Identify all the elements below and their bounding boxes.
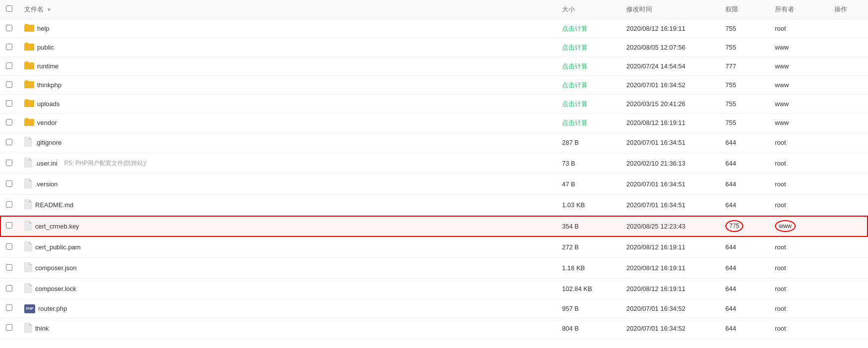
file-owner: www bbox=[769, 114, 828, 132]
file-name-text[interactable]: think bbox=[35, 325, 49, 332]
file-name-text[interactable]: runtime bbox=[37, 62, 58, 70]
file-name-text[interactable]: composer.lock bbox=[35, 285, 76, 292]
file-actions bbox=[828, 174, 868, 195]
calculate-size-link[interactable]: 点击计算 bbox=[562, 44, 588, 51]
file-name-text[interactable]: vendor bbox=[37, 119, 57, 126]
file-size[interactable]: 点击计算 bbox=[556, 114, 620, 132]
file-actions bbox=[828, 114, 868, 132]
file-size[interactable]: 点击计算 bbox=[556, 57, 620, 76]
file-size[interactable]: 点击计算 bbox=[556, 95, 620, 114]
header-owner: 所有者 bbox=[769, 0, 828, 19]
file-actions bbox=[828, 132, 868, 153]
table-row: thinkphp点击计算2020/07/01 16:34:52755www bbox=[0, 76, 868, 95]
header-actions: 操作 bbox=[828, 0, 868, 19]
table-row: uploads点击计算2020/03/15 20:41:26755www bbox=[0, 95, 868, 114]
file-owner: root bbox=[769, 299, 828, 318]
file-size: 804 B bbox=[556, 318, 620, 339]
table-row: composer.json1.18 KB2020/08/12 16:19:116… bbox=[0, 258, 868, 279]
calculate-size-link[interactable]: 点击计算 bbox=[562, 25, 588, 32]
file-name-text[interactable]: router.php bbox=[38, 305, 67, 312]
row-checkbox[interactable] bbox=[6, 304, 12, 311]
file-icon bbox=[24, 137, 32, 148]
header-size: 大小 bbox=[556, 0, 620, 19]
row-checkbox[interactable] bbox=[6, 222, 12, 229]
file-modified-time: 2020/03/15 20:41:26 bbox=[620, 95, 719, 114]
file-owner: root bbox=[769, 19, 828, 38]
file-owner: root bbox=[769, 153, 828, 174]
file-owner: root bbox=[769, 195, 828, 216]
file-permissions: 755 bbox=[719, 76, 769, 95]
file-modified-time: 2020/08/05 12:07:56 bbox=[620, 38, 719, 57]
row-checkbox[interactable] bbox=[6, 324, 12, 331]
file-size: 1.18 KB bbox=[556, 258, 620, 279]
row-checkbox[interactable] bbox=[6, 81, 12, 88]
file-size: 287 B bbox=[556, 132, 620, 153]
file-size: 102.84 KB bbox=[556, 279, 620, 299]
file-name-text[interactable]: .user.ini bbox=[35, 160, 57, 167]
file-name-text[interactable]: cert_crmeb.key bbox=[35, 223, 79, 230]
table-header-row: 文件名 ▼ 大小 修改时间 权限 所有者 操作 bbox=[0, 0, 868, 19]
file-actions bbox=[828, 216, 868, 237]
permissions-circled: 775 bbox=[725, 220, 743, 232]
row-checkbox[interactable] bbox=[6, 44, 12, 50]
file-size[interactable]: 点击计算 bbox=[556, 19, 620, 38]
row-checkbox[interactable] bbox=[6, 100, 12, 107]
row-checkbox[interactable] bbox=[6, 119, 12, 125]
file-size[interactable]: 点击计算 bbox=[556, 76, 620, 95]
folder-icon bbox=[24, 43, 34, 52]
row-checkbox[interactable] bbox=[6, 62, 12, 69]
file-size: 73 B bbox=[556, 153, 620, 174]
file-name-text[interactable]: composer.json bbox=[35, 264, 77, 272]
table-row: composer.lock102.84 KB2020/08/12 16:19:1… bbox=[0, 279, 868, 299]
file-name-text[interactable]: thinkphp bbox=[37, 81, 61, 89]
file-modified-time: 2020/08/12 16:19:11 bbox=[620, 237, 719, 258]
file-modified-time: 2020/07/01 16:34:52 bbox=[620, 299, 719, 318]
calculate-size-link[interactable]: 点击计算 bbox=[562, 100, 588, 108]
file-icon bbox=[24, 199, 32, 211]
file-note: PS: PHP用户配置文件(防跨站)! bbox=[64, 159, 147, 168]
row-checkbox[interactable] bbox=[6, 25, 12, 31]
file-icon bbox=[24, 241, 32, 253]
folder-icon bbox=[24, 118, 34, 127]
row-checkbox[interactable] bbox=[6, 160, 12, 166]
file-size: 272 B bbox=[556, 237, 620, 258]
file-icon bbox=[24, 178, 32, 190]
file-actions bbox=[828, 95, 868, 114]
file-actions bbox=[828, 38, 868, 57]
calculate-size-link[interactable]: 点击计算 bbox=[562, 81, 588, 89]
row-checkbox[interactable] bbox=[6, 180, 12, 187]
file-name-text[interactable]: public bbox=[37, 44, 54, 51]
file-size[interactable]: 点击计算 bbox=[556, 38, 620, 57]
row-checkbox[interactable] bbox=[6, 285, 12, 291]
php-file-icon: PHP bbox=[24, 304, 35, 313]
file-permissions: 755 bbox=[719, 114, 769, 132]
row-checkbox[interactable] bbox=[6, 264, 12, 271]
file-name-text[interactable]: .gitignore bbox=[35, 139, 61, 146]
row-checkbox[interactable] bbox=[6, 139, 12, 145]
file-modified-time: 2020/07/01 16:34:52 bbox=[620, 76, 719, 95]
select-all-checkbox[interactable] bbox=[6, 5, 12, 12]
table-row: .version47 B2020/07/01 16:34:51644root bbox=[0, 174, 868, 195]
file-name-text[interactable]: cert_public.pam bbox=[35, 243, 81, 251]
file-icon bbox=[24, 323, 32, 334]
file-name-text[interactable]: .version bbox=[35, 180, 58, 188]
header-checkbox bbox=[0, 0, 18, 19]
file-actions bbox=[828, 258, 868, 279]
table-row: help点击计算2020/08/12 16:19:11755root bbox=[0, 19, 868, 38]
calculate-size-link[interactable]: 点击计算 bbox=[562, 62, 588, 70]
file-name-text[interactable]: README.md bbox=[35, 201, 73, 209]
calculate-size-link[interactable]: 点击计算 bbox=[562, 119, 588, 126]
file-modified-time: 2020/08/12 16:19:11 bbox=[620, 114, 719, 132]
header-name[interactable]: 文件名 ▼ bbox=[18, 0, 556, 19]
file-icon bbox=[24, 158, 32, 169]
file-modified-time: 2020/08/12 16:19:11 bbox=[620, 279, 719, 299]
table-row: .user.iniPS: PHP用户配置文件(防跨站)!73 B2020/02/… bbox=[0, 153, 868, 174]
file-modified-time: 2020/02/10 21:36:13 bbox=[620, 153, 719, 174]
table-row: public点击计算2020/08/05 12:07:56755www bbox=[0, 38, 868, 57]
row-checkbox[interactable] bbox=[6, 243, 12, 250]
file-name-text[interactable]: uploads bbox=[37, 100, 60, 108]
row-checkbox[interactable] bbox=[6, 201, 12, 208]
folder-icon bbox=[24, 24, 34, 33]
file-actions bbox=[828, 76, 868, 95]
file-name-text[interactable]: help bbox=[37, 25, 50, 32]
